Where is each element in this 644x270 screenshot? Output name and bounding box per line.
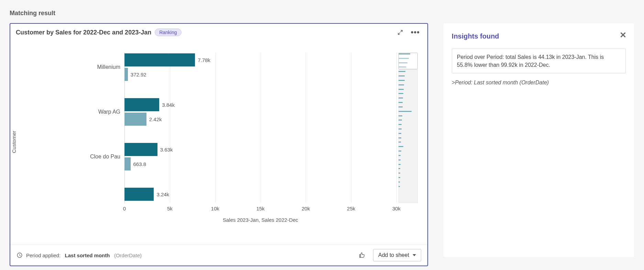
bar[interactable]: 372.92 (124, 68, 128, 81)
ranking-badge: Ranking (155, 29, 181, 36)
x-tick-label: 5k (167, 206, 173, 211)
x-tick-label: 30k (392, 206, 401, 211)
bar-value-label: 663.8 (133, 161, 146, 167)
clock-icon (17, 252, 23, 258)
category-label: Millenium (97, 64, 120, 70)
bar[interactable]: 7.78k (124, 53, 195, 66)
x-axis-label: Sales 2023-Jan, Sales 2022-Dec (124, 217, 396, 223)
x-tick-label: 10k (211, 206, 219, 211)
chart-scroll-minimap[interactable] (399, 53, 418, 203)
feedback-icon[interactable] (359, 251, 366, 259)
close-icon[interactable]: ✕ (620, 31, 626, 39)
bar[interactable]: 2.42k (124, 113, 146, 126)
add-to-sheet-button[interactable]: Add to sheet (373, 249, 421, 261)
card-title: Customer by Sales for 2022-Dec and 2023-… (16, 29, 151, 36)
insight-period-note: >Period: Last sorted month (OrderDate) (452, 80, 626, 86)
bar-value-label: 3.24k (156, 191, 169, 197)
bar[interactable]: 3.24k (124, 188, 154, 201)
bar[interactable]: 3.63k (124, 143, 157, 156)
x-tick-label: 25k (347, 206, 355, 211)
insight-item: Period over Period: total Sales is 44.13… (452, 49, 626, 73)
expand-icon[interactable] (396, 29, 404, 36)
bar-value-label: 7.78k (198, 57, 210, 63)
bar[interactable]: 663.8 (124, 157, 131, 170)
analysis-card: Customer by Sales for 2022-Dec and 2023-… (10, 23, 428, 266)
bar[interactable]: 3.84k (124, 98, 159, 111)
chart-plot[interactable]: 05k10k15k20k25k30k Sales 2023-Jan, Sales… (16, 53, 422, 221)
category-label: Cloe do Pau (90, 154, 120, 160)
insights-panel: ✕ Insights found Period over Period: tot… (443, 23, 634, 257)
period-applied-text: Period applied: Last sorted month (Order… (26, 252, 142, 258)
bar-value-label: 2.42k (149, 116, 162, 122)
chevron-down-icon (413, 254, 416, 256)
x-tick-label: 15k (256, 206, 264, 211)
section-title: Matching result (10, 10, 634, 17)
category-label: Warp AG (98, 109, 120, 115)
insights-title: Insights found (452, 32, 626, 40)
bar-value-label: 372.92 (131, 72, 146, 77)
more-icon[interactable]: ••• (412, 29, 419, 36)
bar-value-label: 3.84k (162, 102, 175, 108)
x-tick-label: 20k (302, 206, 310, 211)
bar-value-label: 3.63k (160, 147, 173, 153)
x-tick-label: 0 (123, 206, 126, 211)
